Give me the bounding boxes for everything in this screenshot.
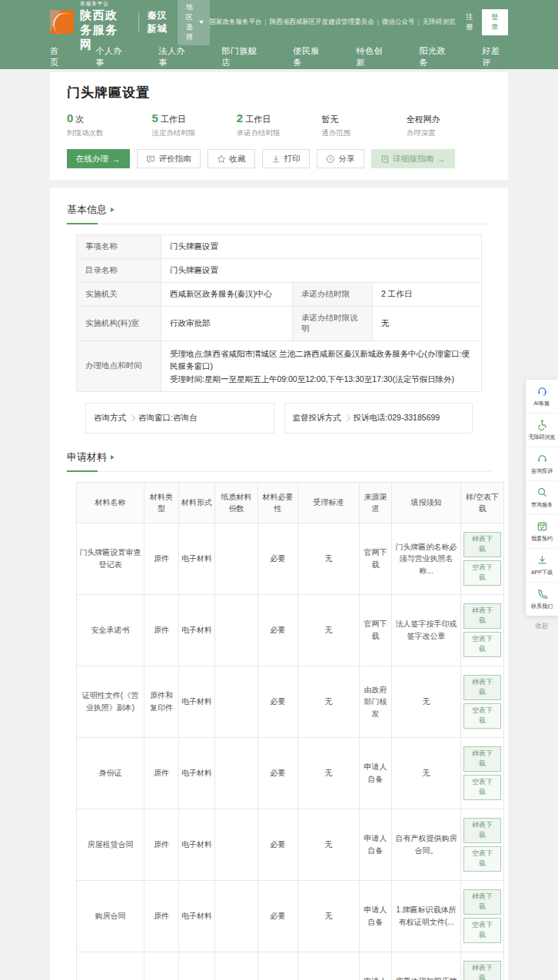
sidebar-item-0[interactable]: AI客服: [526, 380, 558, 414]
stat-unit: 暂无: [321, 115, 338, 124]
sample-download-button[interactable]: 样表下载: [463, 603, 501, 629]
section-title: 申请材料: [67, 450, 107, 464]
region-name: 秦汉新城: [148, 9, 169, 35]
book-icon: [380, 154, 390, 164]
sample-download-button[interactable]: 样表下载: [463, 889, 501, 915]
row-value: 无: [373, 307, 482, 341]
blank-download-button[interactable]: 空表下载: [463, 918, 501, 943]
header-link-2[interactable]: 微信公众号: [382, 18, 415, 27]
column-header: 材料形式: [179, 482, 215, 523]
sample-download-button[interactable]: 样表下载: [463, 675, 501, 700]
nav-item-1[interactable]: 个人办事: [95, 45, 130, 68]
sidebar-item-4[interactable]: 我要预约: [526, 515, 558, 549]
material-note: 法人签字按手印或签字改公章: [392, 594, 461, 666]
row-value: 西咸新区政务服务(秦汉)中心: [161, 283, 293, 307]
sample-download-button[interactable]: 样表下载: [463, 961, 501, 980]
column-header: 受理标准: [298, 482, 360, 523]
blank-download-button[interactable]: 空表下载: [463, 632, 501, 657]
share-label: 分享: [339, 154, 355, 164]
nav-item-3[interactable]: 部门旗舰店: [221, 45, 264, 68]
sample-download-button[interactable]: 样表下载: [463, 818, 501, 843]
material-downloads: 样表下载空表下载: [461, 809, 504, 880]
nav-item-4[interactable]: 便民服务: [294, 45, 328, 68]
nav-item-6[interactable]: 阳光政务: [419, 45, 453, 68]
consult-label: 咨询方式: [94, 413, 138, 424]
material-form: 电子材料: [179, 523, 215, 594]
stat-label: 到现场次数: [67, 128, 151, 138]
blank-download-button[interactable]: 空表下载: [463, 846, 501, 872]
material-row: 证明性文件(《营业执照》副本)原件和复印件电子材料必要无由政府部门核发无样表下载…: [77, 666, 504, 737]
calendar-icon: [536, 520, 548, 532]
material-necessity: 必要: [258, 666, 298, 737]
section-title: 基本信息: [67, 203, 107, 217]
online-apply-label: 在线办理: [76, 154, 108, 164]
materials-section: 申请材料 材料名称材料类型材料形式纸质材料份数材料必要性受理标准来源渠道填报须知…: [67, 450, 491, 980]
sidebar-item-3[interactable]: 查询服务: [526, 481, 558, 515]
nav-item-7[interactable]: 好差评: [482, 45, 508, 68]
basic-info-table: 事项名称 门头牌匾设置 目录名称 门头牌匾设置 实施机关 西咸新区政务服务(秦汉…: [76, 234, 482, 392]
nav-item-2[interactable]: 法人办事: [158, 45, 193, 68]
service-detail-card: 基本信息 事项名称 门头牌匾设置 目录名称 门头牌匾设置 实施机关 西咸新区政务…: [50, 188, 508, 980]
blank-download-button[interactable]: 空表下载: [463, 560, 501, 586]
material-downloads: 样表下载空表下载: [461, 523, 504, 594]
login-button[interactable]: 登录: [482, 9, 508, 35]
share-button[interactable]: 分享: [317, 149, 364, 168]
material-type: 原件: [144, 809, 179, 880]
blank-download-button[interactable]: 空表下载: [463, 775, 501, 800]
material-row: 授权书原件电子材料容缺无申请人自备需要体现加盟店牌匾标识的提供,授...样表下载…: [77, 952, 504, 980]
online-apply-button[interactable]: 在线办理 →: [67, 149, 130, 168]
nav-item-5[interactable]: 特色创新: [356, 45, 390, 68]
material-name: 门头牌匾设置审查登记表: [77, 523, 144, 594]
detail-guide-button[interactable]: 详细版指南 →: [371, 149, 455, 168]
sidebar-item-5[interactable]: APP下载: [526, 549, 558, 583]
arrow-right-icon: →: [112, 154, 121, 164]
material-necessity: 必要: [258, 523, 298, 594]
material-copies: [215, 594, 258, 666]
material-downloads: 样表下载空表下载: [461, 737, 504, 809]
register-link[interactable]: 注册: [466, 12, 473, 32]
table-row: 实施机构(科)室 行政审批部 承诺办结时限说明 无: [77, 307, 482, 341]
material-downloads: 样表下载空表下载: [461, 952, 504, 980]
review-guide-label: 评价指南: [159, 154, 191, 164]
favorite-button[interactable]: 收藏: [208, 149, 255, 168]
print-icon: [271, 154, 281, 164]
column-header: 纸质材料份数: [215, 482, 258, 523]
material-form: 电子材料: [179, 666, 215, 737]
stat-value: 0次: [67, 111, 151, 125]
row-value: 门头牌匾设置: [161, 259, 482, 283]
sample-download-button[interactable]: 样表下载: [463, 532, 501, 557]
sidebar-item-2[interactable]: 咨询投诉: [526, 447, 558, 481]
material-copies: [215, 880, 258, 952]
stat-label: 法定办结时限: [151, 128, 236, 138]
sample-download-button[interactable]: 样表下载: [463, 746, 501, 772]
header-link-1[interactable]: 陕西省西咸新区开发建设管理委员会: [270, 18, 374, 27]
row-label: 事项名称: [77, 235, 161, 259]
material-note: 无: [392, 666, 461, 737]
stat-unit: 全程网办: [407, 115, 440, 124]
sidebar-item-label: 咨询投诉: [531, 467, 553, 475]
material-standard: 无: [298, 737, 360, 809]
stat-item: 暂无通办范围: [321, 111, 406, 138]
region-select-button[interactable]: 地区选择: [178, 0, 210, 45]
consult-box: 咨询方式 咨询窗口:咨询台: [85, 403, 274, 434]
stat-unit: 工作日: [161, 115, 186, 124]
stat-value: 2工作日: [237, 111, 321, 125]
share-icon: [326, 154, 335, 164]
sidebar-collapse-button[interactable]: 收起: [526, 616, 558, 631]
header-link-0[interactable]: 国家政务服务平台: [210, 18, 262, 27]
header-link-3[interactable]: 无障碍浏览: [423, 18, 456, 27]
sidebar-item-1[interactable]: 无障碍浏览: [526, 414, 558, 447]
blank-download-button[interactable]: 空表下载: [463, 703, 501, 729]
review-guide-button[interactable]: 评价指南: [137, 149, 201, 168]
print-button[interactable]: 打印: [262, 149, 310, 168]
material-source: 官网下载: [360, 523, 392, 594]
site-title-group: 全国一体化在线政务服务平台 陕西政务服务网: [80, 0, 128, 52]
sidebar-item-6[interactable]: 联系我们: [526, 583, 558, 616]
nav-item-0[interactable]: 首页: [50, 45, 67, 68]
sidebar-item-label: 无障碍浏览: [528, 434, 555, 441]
material-form: 电子材料: [179, 594, 215, 666]
material-row: 身份证原件电子材料必要无申请人自备无样表下载空表下载: [77, 737, 504, 809]
sidebar-item-label: 我要预约: [531, 535, 553, 543]
detail-guide-label: 详细版指南: [394, 154, 434, 164]
material-name: 证明性文件(《营业执照》副本): [77, 666, 144, 737]
